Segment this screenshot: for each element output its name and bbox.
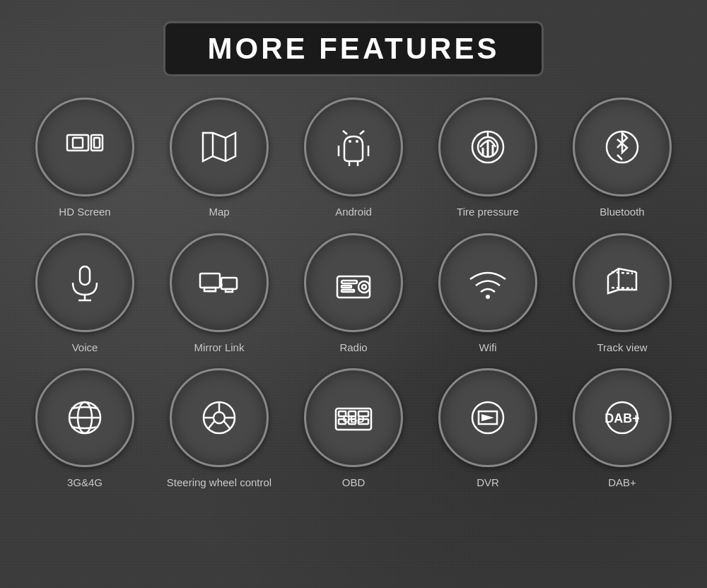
hd-screen-icon-circle bbox=[35, 98, 134, 196]
radio-label: Radio bbox=[339, 341, 367, 355]
svg-point-28 bbox=[358, 281, 370, 293]
feature-item-wifi: Wifi bbox=[424, 233, 551, 355]
page-title: MORE FEATURES bbox=[208, 32, 500, 65]
bluetooth-icon-circle bbox=[573, 98, 672, 196]
svg-point-29 bbox=[362, 285, 366, 289]
svg-rect-21 bbox=[200, 274, 220, 288]
title-box: MORE FEATURES bbox=[163, 21, 544, 76]
mirror-link-label: Mirror Link bbox=[194, 341, 245, 355]
mirror-link-icon-circle bbox=[170, 233, 269, 332]
svg-rect-25 bbox=[226, 289, 233, 292]
3g4g-icon-circle bbox=[35, 368, 134, 467]
radio-icon-circle bbox=[304, 233, 403, 332]
svg-rect-18 bbox=[80, 266, 90, 285]
tire-pressure-icon-circle bbox=[438, 98, 537, 196]
voice-icon-circle bbox=[35, 233, 134, 332]
wifi-label: Wifi bbox=[479, 341, 497, 355]
svg-rect-31 bbox=[341, 286, 351, 288]
dvr-icon-circle bbox=[438, 368, 537, 467]
bluetooth-label: Bluetooth bbox=[600, 205, 644, 219]
feature-item-dab-plus: DAB+ DAB+ bbox=[559, 368, 686, 490]
svg-rect-30 bbox=[341, 281, 357, 283]
feature-item-mirror-link: Mirror Link bbox=[156, 233, 283, 355]
svg-line-14 bbox=[360, 131, 364, 134]
svg-point-33 bbox=[486, 295, 490, 299]
svg-rect-3 bbox=[94, 138, 100, 148]
svg-marker-4 bbox=[203, 133, 235, 161]
feature-item-voice: Voice bbox=[21, 233, 148, 355]
feature-item-map: Map bbox=[156, 98, 283, 219]
hd-screen-label: HD Screen bbox=[59, 205, 110, 219]
dab-plus-icon-circle: DAB+ bbox=[573, 368, 672, 467]
feature-item-dvr: DVR bbox=[424, 368, 551, 490]
android-label: Android bbox=[335, 205, 372, 219]
feature-item-tire-pressure: Tire pressure bbox=[424, 98, 551, 219]
wifi-icon-circle bbox=[438, 233, 537, 332]
3g4g-label: 3G&4G bbox=[67, 476, 103, 490]
map-icon-circle bbox=[170, 98, 269, 196]
feature-item-bluetooth: Bluetooth bbox=[559, 98, 686, 219]
feature-item-3g4g: 3G&4G bbox=[21, 368, 148, 490]
tire-pressure-label: Tire pressure bbox=[457, 205, 519, 219]
svg-point-11 bbox=[349, 140, 351, 143]
feature-item-radio: Radio bbox=[290, 233, 417, 355]
feature-item-android: Android bbox=[290, 98, 417, 219]
dab-plus-label: DAB+ bbox=[608, 476, 636, 490]
voice-label: Voice bbox=[72, 341, 98, 355]
svg-rect-32 bbox=[341, 290, 354, 292]
map-label: Map bbox=[209, 205, 229, 219]
svg-point-38 bbox=[214, 412, 225, 423]
feature-item-obd: OBD OBD bbox=[290, 368, 417, 490]
track-view-icon-circle bbox=[573, 233, 672, 332]
feature-item-track-view: Track view bbox=[559, 233, 686, 355]
obd-label: OBD bbox=[342, 476, 366, 490]
svg-rect-1 bbox=[73, 138, 83, 148]
svg-line-13 bbox=[343, 131, 347, 134]
feature-item-hd-screen: HD Screen bbox=[21, 98, 148, 219]
obd-icon-circle: OBD bbox=[304, 368, 403, 467]
steering-wheel-icon-circle bbox=[170, 368, 269, 467]
main-container: MORE FEATURES HD Screen Map Android bbox=[0, 0, 707, 588]
feature-item-steering-wheel: Steering wheel control bbox=[156, 368, 283, 490]
svg-point-12 bbox=[356, 140, 358, 143]
android-icon-circle bbox=[304, 98, 403, 196]
track-view-label: Track view bbox=[597, 341, 647, 355]
dvr-label: DVR bbox=[477, 476, 499, 490]
features-grid: HD Screen Map Android Tire pressure bbox=[21, 98, 686, 490]
svg-text:DAB+: DAB+ bbox=[604, 411, 640, 425]
steering-wheel-label: Steering wheel control bbox=[167, 476, 271, 490]
svg-rect-24 bbox=[221, 278, 237, 289]
